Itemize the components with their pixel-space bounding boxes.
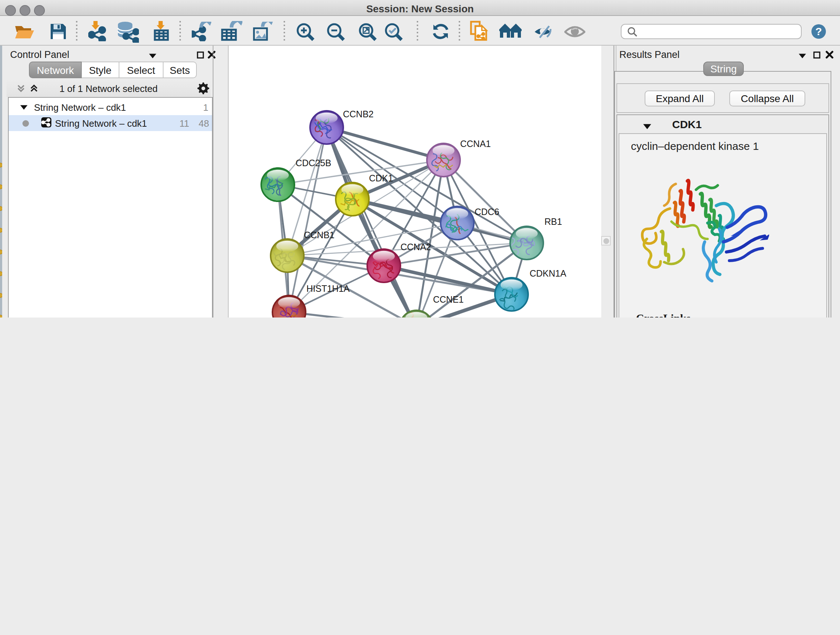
svg-text:CCNA2: CCNA2 bbox=[401, 242, 431, 252]
svg-text:?: ? bbox=[815, 25, 822, 37]
svg-text:CCNB2: CCNB2 bbox=[343, 109, 374, 119]
svg-text:CCNB1: CCNB1 bbox=[304, 230, 335, 240]
svg-text:CDKN1A: CDKN1A bbox=[530, 268, 567, 279]
svg-text:HIST1H1A: HIST1H1A bbox=[306, 283, 350, 294]
svg-text:CDC25B: CDC25B bbox=[295, 158, 332, 168]
svg-text:CCNE1: CCNE1 bbox=[433, 295, 464, 304]
svg-text:CDC6: CDC6 bbox=[475, 207, 499, 217]
svg-text:CCNA1: CCNA1 bbox=[460, 139, 491, 149]
svg-text:RB1: RB1 bbox=[545, 217, 562, 226]
svg-text:CDK1: CDK1 bbox=[369, 173, 393, 183]
